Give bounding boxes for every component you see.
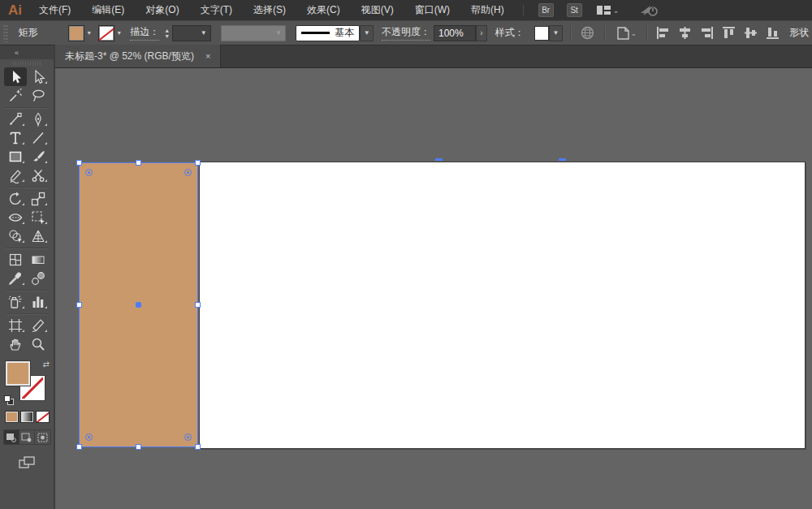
paintbrush-tool[interactable] [27,147,50,166]
workspace-switcher[interactable]: ⌄ [597,5,620,15]
menu-edit[interactable]: 编辑(E) [81,0,135,20]
align-left-icon[interactable] [656,26,670,40]
tab-close-icon[interactable]: × [205,51,210,61]
stroke-weight-stepper[interactable]: ▲▼ [162,25,171,41]
selection-tool[interactable] [4,67,27,86]
scale-tool[interactable] [27,189,50,208]
stroke-weight-field[interactable]: ▼ [172,25,210,41]
style-chevron-icon[interactable]: ▼ [549,25,563,41]
selection-handle-s[interactable] [136,444,141,450]
menu-view[interactable]: 视图(V) [351,0,404,20]
align-bottom-icon[interactable] [766,26,780,40]
controlbar-grip[interactable] [3,24,8,42]
shaper-tool[interactable] [4,166,27,184]
selection-handle-ne[interactable] [195,160,201,166]
menu-object[interactable]: 对象(O) [135,0,189,20]
style-label: 样式： [495,26,525,40]
align-right-icon[interactable] [700,26,714,40]
live-corner-widget-ne[interactable] [184,169,192,176]
graphic-style-swatch[interactable] [534,26,549,41]
gradient-tool[interactable] [27,250,50,269]
pen-tool[interactable] [27,110,50,128]
fill-chevron-icon[interactable]: ▾ [84,29,93,37]
live-corner-widget-sw[interactable] [85,434,93,441]
symbol-sprayer-tool[interactable] [4,292,27,311]
type-tool[interactable] [4,128,27,147]
line-segment-tool[interactable] [27,128,50,147]
brush-definition-preview[interactable]: 基本 [296,25,361,41]
opacity-panel-link[interactable]: 不透明度： [382,25,430,41]
hand-tool[interactable] [4,334,27,353]
stroke-chevron-icon[interactable]: ▾ [114,29,123,37]
selection-handle-nw[interactable] [76,160,82,166]
perspective-grid-tool[interactable] [27,226,50,245]
none-button[interactable] [36,411,50,423]
live-corner-widget-nw[interactable] [85,169,93,176]
mesh-tool[interactable] [4,250,27,269]
tools-panel-collapse-button[interactable]: « [0,45,54,59]
selection-handle-n[interactable] [136,160,141,166]
artboard-tool[interactable] [4,316,27,334]
direct-selection-tool[interactable] [27,67,50,86]
fill-color-swatch[interactable] [68,25,84,41]
document-setup-button[interactable]: ⌄ [612,26,640,41]
draw-inside-button[interactable] [35,430,50,444]
variable-width-profile-dropdown: ▼ [221,25,286,41]
opacity-input[interactable] [434,25,476,41]
selection-handle-sw[interactable] [76,444,82,450]
brush-definition-chevron-icon[interactable]: ▼ [360,25,374,41]
tools-panel-grip[interactable] [13,62,41,66]
stock-button[interactable]: St [567,3,582,17]
bridge-button[interactable]: Br [538,3,554,17]
free-transform-tool[interactable] [27,208,50,226]
align-top-icon[interactable] [722,26,736,40]
fill-proxy-swatch[interactable] [6,361,30,386]
stroke-weight-chevron-icon[interactable]: ▼ [197,29,210,37]
rectangle-tool[interactable] [4,147,27,166]
preferences-globe-icon[interactable] [578,26,597,40]
slice-tool[interactable] [27,316,50,334]
swap-fill-stroke-icon[interactable]: ⇄ [43,360,50,369]
selection-handle-se[interactable] [195,444,201,450]
shape-panel-link[interactable]: 形状 [789,26,809,40]
brush-definition-label: 基本 [335,26,354,40]
default-fill-stroke-icon[interactable] [4,395,14,405]
document-tab[interactable]: 未标题-3* @ 52% (RGB/预览) × [55,45,221,67]
screen-mode-button[interactable] [18,455,36,469]
menu-effect[interactable]: 效果(C) [296,0,351,20]
zoom-tool[interactable] [27,334,50,353]
selection-center-point[interactable] [136,302,141,308]
menu-window[interactable]: 窗口(W) [404,0,460,20]
selected-rectangle[interactable] [79,162,198,447]
artboard[interactable] [199,162,806,449]
color-button[interactable] [5,411,19,423]
scissors-tool[interactable] [27,166,50,184]
menu-type[interactable]: 文字(T) [190,0,243,20]
stroke-panel-link[interactable]: 描边： [130,25,159,41]
draw-normal-button[interactable] [4,430,19,444]
menu-select[interactable]: 选择(S) [243,0,296,20]
selection-handle-w[interactable] [76,302,82,308]
align-h-center-icon[interactable] [678,26,692,40]
live-corner-widget-se[interactable] [184,434,192,441]
gpu-performance-icon[interactable] [640,3,659,17]
eyedropper-tool[interactable] [4,269,27,287]
menu-file[interactable]: 文件(F) [28,0,81,20]
canvas-pasteboard[interactable] [55,68,812,509]
magic-wand-tool[interactable] [4,86,27,105]
document-setup-chevron-icon: ⌄ [631,29,637,37]
width-tool[interactable] [4,208,27,226]
stroke-color-swatch[interactable] [98,25,114,41]
blend-tool[interactable] [27,269,50,287]
gradient-button[interactable] [20,411,34,423]
menu-help[interactable]: 帮助(H) [460,0,515,20]
draw-behind-button[interactable] [19,430,35,444]
opacity-forward-icon[interactable]: › [476,25,487,41]
column-graph-tool[interactable] [27,292,50,311]
align-v-center-icon[interactable] [744,26,758,40]
shape-builder-tool[interactable] [4,226,27,245]
rotate-tool[interactable] [4,189,27,208]
selection-handle-e[interactable] [195,302,201,308]
curvature-tool[interactable] [4,110,27,128]
lasso-tool[interactable] [27,86,50,105]
